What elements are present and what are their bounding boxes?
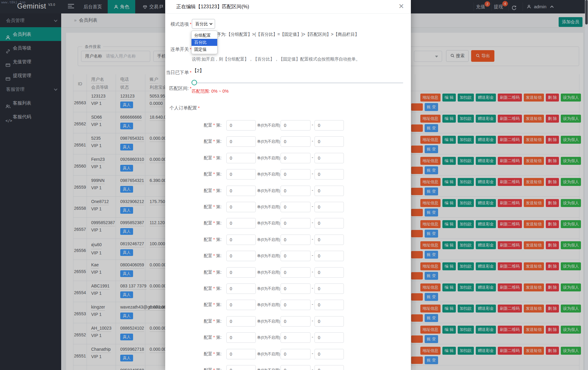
config-input-order[interactable] — [226, 202, 256, 212]
config-input-min[interactable] — [281, 120, 311, 131]
config-input-min[interactable] — [281, 332, 311, 343]
config-unit-text: 单(0为不启用) — [257, 335, 280, 340]
config-row: 配置* 第:单(0为不启用)- — [165, 316, 411, 327]
config-input-order[interactable] — [226, 136, 256, 147]
config-row: 配置* 第:单(0为不启用)- — [165, 300, 411, 310]
config-row-label: 配置* 第: — [204, 237, 221, 242]
config-input-max[interactable] — [314, 300, 344, 310]
required-asterisk: * — [213, 351, 215, 356]
config-input-order[interactable] — [226, 332, 256, 343]
config-row: 配置* 第:单(0为不启用)- — [165, 283, 411, 294]
close-icon[interactable]: ✕ — [399, 2, 404, 10]
config-input-min[interactable] — [281, 186, 311, 196]
config-input-min[interactable] — [281, 283, 311, 294]
config-row: 配置* 第:单(0为不启用)- — [165, 136, 411, 147]
config-input-order[interactable] — [226, 218, 256, 228]
required-asterisk: * — [190, 70, 192, 75]
match-range-slider-track[interactable] — [194, 82, 403, 83]
config-row: 配置* 第:单(0为不启用)- — [165, 251, 411, 261]
config-input-max[interactable] — [314, 202, 344, 212]
config-unit-text: 单(0为不启用) — [257, 139, 280, 144]
config-row: 配置* 第:单(0为不启用)- — [165, 267, 411, 278]
config-input-order[interactable] — [226, 120, 256, 131]
config-input-order[interactable] — [226, 153, 256, 163]
config-input-max[interactable] — [314, 120, 344, 131]
config-input-min[interactable] — [281, 235, 311, 245]
config-row-label: 配置* 第: — [204, 319, 221, 324]
config-input-max[interactable] — [314, 235, 344, 245]
mode-select[interactable]: 百分比 — [192, 19, 215, 29]
config-input-max[interactable] — [314, 349, 344, 359]
config-row-label: 配置* 第: — [204, 253, 221, 259]
chain-switch-note: 说明:如开启，则【分组配置】，【百分比】，【固定值】配置模式会按照顺序自动抢单。 — [192, 57, 394, 62]
dropdown-option-fixed-value[interactable]: 固定值 — [192, 46, 217, 53]
config-input-min[interactable] — [281, 300, 311, 310]
config-input-min[interactable] — [281, 251, 311, 261]
required-asterisk: * — [213, 335, 215, 340]
config-input-min[interactable] — [281, 349, 311, 359]
today-orders-label: 当日已下单* — [165, 70, 192, 76]
config-dash: - — [312, 188, 313, 193]
config-dash: - — [312, 286, 313, 290]
config-input-max[interactable] — [314, 153, 344, 163]
config-input-order[interactable] — [226, 349, 256, 359]
config-row: 配置* 第:单(0为不启用)- — [165, 235, 411, 245]
config-input-min[interactable] — [281, 316, 311, 327]
config-input-max[interactable] — [314, 251, 344, 261]
required-asterisk: * — [213, 123, 215, 128]
config-row-label: 配置* 第: — [204, 155, 221, 161]
required-asterisk: * — [213, 155, 215, 160]
config-input-max[interactable] — [314, 186, 344, 196]
config-row-label: 配置* 第: — [204, 286, 221, 291]
config-input-max[interactable] — [314, 136, 344, 147]
config-input-order[interactable] — [226, 365, 256, 370]
config-input-min[interactable] — [281, 169, 311, 179]
config-row-label: 配置* 第: — [204, 351, 221, 357]
config-dash: - — [312, 204, 313, 209]
config-input-max[interactable] — [314, 267, 344, 278]
chain-switch-label: 连单开关* — [165, 46, 192, 52]
config-unit-text: 单(0为不启用) — [257, 253, 280, 259]
dropdown-option-percentage[interactable]: 百分比 — [192, 39, 217, 46]
config-input-max[interactable] — [314, 332, 344, 343]
config-input-min[interactable] — [281, 218, 311, 228]
config-unit-text: 单(0为不启用) — [257, 319, 280, 324]
dropdown-option-group-config[interactable]: 分组配置 — [192, 32, 217, 39]
config-input-order[interactable] — [226, 169, 256, 179]
config-input-min[interactable] — [281, 365, 311, 370]
config-unit-text: 单(0为不启用) — [257, 237, 280, 242]
config-unit-text: 单(0为不启用) — [257, 156, 280, 161]
config-row-label: 配置* 第: — [204, 188, 221, 194]
config-input-order[interactable] — [226, 267, 256, 278]
modal-header: 正在编辑【123123】匹配区间(%) ✕ — [165, 0, 411, 14]
config-input-order[interactable] — [226, 235, 256, 245]
config-input-max[interactable] — [314, 218, 344, 228]
config-input-max[interactable] — [314, 283, 344, 294]
config-input-order[interactable] — [226, 300, 256, 310]
config-row: 配置* 第:单(0为不启用)- — [165, 169, 411, 179]
scrollbar-thumb[interactable] — [585, 0, 588, 24]
page-scrollbar[interactable] — [585, 0, 588, 370]
config-input-order[interactable] — [226, 186, 256, 196]
config-input-min[interactable] — [281, 267, 311, 278]
config-input-min[interactable] — [281, 153, 311, 163]
required-asterisk: * — [213, 139, 215, 144]
config-input-order[interactable] — [226, 283, 256, 294]
config-input-order[interactable] — [226, 316, 256, 327]
required-asterisk: * — [213, 188, 215, 193]
config-unit-text: 单(0为不启用) — [257, 221, 280, 226]
required-asterisk: * — [213, 286, 215, 291]
config-dash: - — [312, 155, 313, 160]
config-input-max[interactable] — [314, 365, 344, 370]
config-row: 配置* 第:单(0为不启用)- — [165, 153, 411, 163]
config-input-min[interactable] — [281, 136, 311, 147]
config-input-max[interactable] — [314, 169, 344, 179]
required-asterisk: * — [213, 302, 215, 307]
config-input-min[interactable] — [281, 202, 311, 212]
config-input-max[interactable] — [314, 316, 344, 327]
config-row: 配置* 第:单(0为不启用)- — [165, 332, 411, 343]
match-range-slider-handle[interactable] — [192, 80, 197, 85]
required-asterisk: * — [198, 105, 200, 110]
mode-dropdown-menu: 分组配置 百分比 固定值 — [191, 31, 218, 54]
config-input-order[interactable] — [226, 251, 256, 261]
